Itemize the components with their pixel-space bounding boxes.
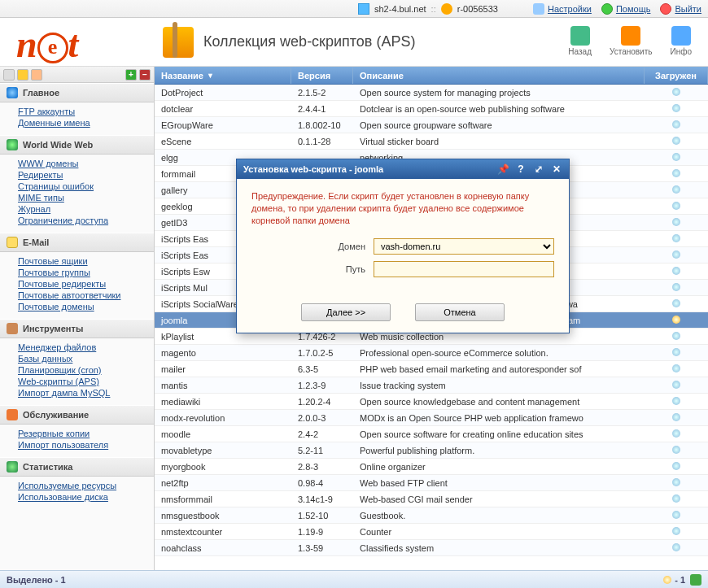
tool-icon (163, 27, 194, 58)
info-button[interactable]: Инфо (671, 26, 693, 56)
sidebar-section-header[interactable]: World Wide Web (0, 135, 154, 155)
sidebar-link[interactable]: Почтовые автоответчики (18, 290, 149, 301)
bulb-icon (672, 429, 680, 438)
sidebar-links: Резервные копииИмпорт пользователя (0, 425, 154, 457)
table-row[interactable]: DotProject2.1.5-2Open source system for … (155, 85, 708, 101)
cancel-button[interactable]: Отмена (415, 303, 505, 321)
cell-loaded (645, 281, 708, 294)
expand-all-icon[interactable]: + (125, 69, 137, 81)
table-row[interactable]: EGroupWare1.8.002-10Open source groupwar… (155, 117, 708, 133)
help-icon[interactable]: ? (515, 163, 527, 175)
domain-select[interactable]: vash-domen.ru (374, 238, 554, 255)
sidebar-link[interactable]: Страницы ошибок (18, 181, 149, 192)
table-row[interactable]: magento1.7.0.2-5Professional open-source… (155, 345, 708, 361)
sidebar-link[interactable]: MIME типы (18, 192, 149, 203)
cell-loaded (645, 265, 708, 278)
collapse-all-icon[interactable]: − (139, 69, 151, 81)
table-row[interactable]: nmsformmail3.14c1-9Web-based CGI mail se… (155, 491, 708, 507)
sidebar-link[interactable]: Доменные имена (18, 117, 149, 128)
maximize-icon[interactable]: ⤢ (533, 163, 544, 175)
bulb-icon (672, 348, 680, 356)
bulb-icon (672, 250, 680, 259)
next-button[interactable]: Далее >> (301, 303, 391, 321)
section-title: Статистика (23, 462, 73, 472)
exit-link[interactable]: Выйти (660, 3, 701, 15)
sidebar-link[interactable]: Почтовые редиректы (18, 278, 149, 290)
table-row[interactable]: dotclear2.4.4-1Dotclear is an open-sourc… (155, 101, 708, 117)
table-row[interactable]: noahclass1.3-59Classifieds system (155, 540, 708, 556)
sidebar-link[interactable]: Использование диска (18, 491, 149, 503)
table-row[interactable]: myorgbook2.8-3Online organizer (155, 459, 708, 475)
cell-desc: MODx is an Open Source PHP web applicati… (353, 412, 645, 425)
sidebar-link[interactable]: Используемые ресурсы (18, 480, 149, 491)
list-icon[interactable] (3, 69, 15, 81)
sidebar-section-header[interactable]: Статистика (0, 457, 154, 477)
col-loaded[interactable]: Загружен (645, 67, 708, 84)
back-button[interactable]: Назад (568, 26, 592, 56)
table-row[interactable]: net2ftp0.98-4Web based FTP client (155, 475, 708, 491)
section-icon (7, 87, 18, 98)
sidebar-link[interactable]: Резервные копии (18, 428, 149, 439)
cell-loaded (645, 460, 708, 473)
table-row[interactable]: mailer6.3-5PHP web based email marketing… (155, 361, 708, 377)
cell-name: nmstextcounter (155, 525, 291, 538)
col-desc[interactable]: Описание (353, 67, 645, 84)
cell-name: DotProject (155, 86, 291, 99)
cell-name: net2ftp (155, 477, 291, 490)
bulb-icon (672, 283, 680, 291)
cell-name: noahclass (155, 542, 291, 555)
sidebar-link[interactable]: Планировщик (cron) (18, 364, 149, 376)
cell-desc: Guestbook. (353, 509, 645, 522)
path-label: Путь (251, 264, 374, 274)
table-row[interactable]: nmstextcounter1.19-9Counter (155, 524, 708, 540)
modal-titlebar[interactable]: Установка web-скрипта - joomla 📌 ? ⤢ ✕ (237, 159, 569, 179)
table-row[interactable]: nmsguestbook1.52-10Guestbook. (155, 507, 708, 524)
back-icon (570, 26, 590, 46)
sidebar-link[interactable]: Web-скрипты (APS) (18, 376, 149, 387)
sidebar-link[interactable]: Импорт пользователя (18, 439, 149, 451)
sidebar-link[interactable]: FTP аккаунты (18, 106, 149, 117)
bulb-icon (672, 332, 680, 340)
table-row[interactable]: moodle2.4-2Open source software for crea… (155, 426, 708, 442)
col-name[interactable]: Название▼ (155, 67, 291, 84)
topbar: sh2-4.bul.net :: r-0056533 Настройки Пом… (0, 0, 708, 18)
sidebar-link[interactable]: Почтовые группы (18, 267, 149, 278)
sidebar-link[interactable]: Почтовые ящики (18, 255, 149, 267)
sidebar-link[interactable]: Ограничение доступа (18, 215, 149, 226)
table-row[interactable]: mantis1.2.3-9Issue tracking system (155, 377, 708, 394)
settings-link[interactable]: Настройки (533, 3, 592, 15)
pin-icon[interactable]: 📌 (497, 163, 509, 175)
sidebar-section-header[interactable]: Обслуживание (0, 405, 154, 425)
refresh-icon[interactable] (690, 574, 701, 586)
install-button[interactable]: Установить (610, 26, 653, 56)
modal-title-text: Установка web-скрипта - joomla (243, 164, 383, 174)
table-row[interactable]: eScene0.1.1-28Virtual sticker board (155, 133, 708, 150)
table-row[interactable]: modx-revolution2.0.0-3MODx is an Open So… (155, 410, 708, 426)
cell-loaded (645, 184, 708, 197)
home-icon[interactable] (31, 69, 42, 81)
star-icon[interactable] (17, 69, 28, 81)
sidebar-section-header[interactable]: Главное (0, 83, 154, 102)
cell-version: 2.8-3 (291, 460, 353, 473)
sidebar-section-header[interactable]: Инструменты (0, 319, 154, 338)
cell-desc: Virtual sticker board (353, 135, 645, 148)
section-title: World Wide Web (23, 140, 93, 150)
path-input[interactable] (374, 261, 554, 277)
cell-desc: Web-based CGI mail sender (353, 493, 645, 506)
sidebar-link[interactable]: Журнал (18, 203, 149, 215)
col-version[interactable]: Версия (291, 67, 353, 84)
table-row[interactable]: mediawiki1.20.2-4Open source knowledgeba… (155, 394, 708, 410)
sidebar-section-header[interactable]: E-Mail (0, 233, 154, 252)
sidebar-link[interactable]: Редиректы (18, 169, 149, 181)
close-icon[interactable]: ✕ (551, 163, 562, 175)
sidebar-link[interactable]: Почтовые домены (18, 301, 149, 312)
sidebar-link[interactable]: WWW домены (18, 158, 149, 169)
help-link[interactable]: Помощь (601, 3, 651, 15)
bulb-icon (672, 511, 680, 519)
sidebar-link[interactable]: Менеджер файлов (18, 342, 149, 353)
cell-loaded (645, 314, 708, 327)
table-row[interactable]: movabletype5.2-11Powerful publishing pla… (155, 442, 708, 459)
cell-version: 1.20.2-4 (291, 395, 353, 408)
sidebar-link[interactable]: Базы данных (18, 353, 149, 364)
sidebar-link[interactable]: Импорт дампа MySQL (18, 387, 149, 399)
